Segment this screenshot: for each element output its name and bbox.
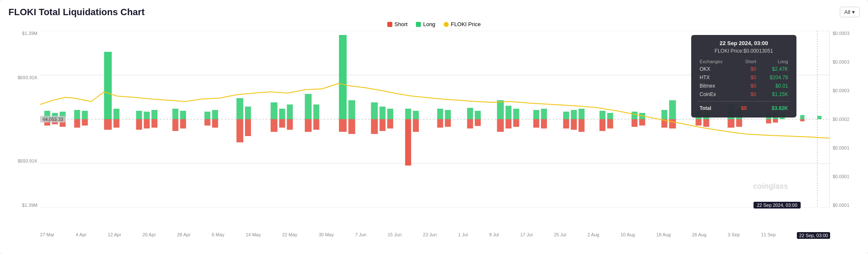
svg-rect-40 xyxy=(279,119,285,128)
svg-rect-68 xyxy=(475,119,481,126)
svg-rect-85 xyxy=(599,111,605,119)
svg-rect-73 xyxy=(513,109,519,119)
short-value: $0 xyxy=(737,65,758,73)
svg-rect-34 xyxy=(237,119,243,142)
left-axis-label: 64,053.33 xyxy=(40,116,66,123)
svg-rect-112 xyxy=(817,116,822,119)
svg-rect-102 xyxy=(727,119,734,128)
svg-rect-13 xyxy=(82,111,88,119)
chart-legend: Short Long FLOKI Price xyxy=(8,21,860,27)
svg-rect-36 xyxy=(245,119,251,136)
svg-rect-95 xyxy=(669,100,676,119)
svg-rect-21 xyxy=(144,112,150,119)
svg-rect-84 xyxy=(578,119,584,132)
svg-rect-24 xyxy=(152,119,157,128)
svg-rect-46 xyxy=(313,119,319,130)
exchange-name: HTX xyxy=(698,73,737,82)
svg-rect-22 xyxy=(144,119,150,128)
long-value: $2.47K xyxy=(758,65,790,73)
svg-rect-29 xyxy=(205,112,210,119)
exchange-name: Bitmex xyxy=(698,82,737,90)
svg-rect-48 xyxy=(339,119,346,132)
tooltip-table: Exchanges Short Long OKX $0 $2.47K HTX xyxy=(698,58,790,99)
svg-rect-108 xyxy=(773,119,778,123)
svg-rect-61 xyxy=(437,109,443,119)
svg-rect-25 xyxy=(173,109,178,119)
svg-rect-76 xyxy=(533,119,539,128)
svg-rect-65 xyxy=(467,108,473,119)
svg-rect-39 xyxy=(279,109,285,119)
long-color-icon xyxy=(416,22,421,27)
svg-rect-80 xyxy=(563,119,569,128)
svg-rect-67 xyxy=(475,111,481,119)
col-short: Short xyxy=(737,58,758,65)
chart-container: FLOKI Total Liquidations Chart All ▾ Sho… xyxy=(0,0,868,254)
svg-rect-31 xyxy=(212,110,218,119)
watermark: coinglass xyxy=(753,182,788,191)
svg-rect-45 xyxy=(313,104,319,119)
svg-rect-96 xyxy=(669,119,676,128)
svg-rect-110 xyxy=(800,115,804,119)
svg-rect-30 xyxy=(205,119,210,126)
svg-rect-60 xyxy=(413,119,419,132)
short-value: $0 xyxy=(737,90,758,99)
tooltip-date: 22 Sep 2024, 03:00 xyxy=(698,40,790,46)
table-row: OKX $0 $2.47K xyxy=(698,65,790,73)
svg-rect-74 xyxy=(513,119,519,127)
svg-rect-57 xyxy=(405,109,411,119)
svg-rect-56 xyxy=(387,119,393,128)
short-value: $0 xyxy=(737,82,758,90)
svg-rect-18 xyxy=(114,119,120,128)
svg-rect-38 xyxy=(271,119,277,132)
svg-rect-106 xyxy=(766,119,771,123)
price-color-icon xyxy=(444,22,449,27)
svg-rect-59 xyxy=(413,111,419,119)
svg-rect-88 xyxy=(607,119,613,128)
svg-rect-98 xyxy=(695,119,701,126)
svg-rect-14 xyxy=(82,119,88,126)
svg-rect-92 xyxy=(639,119,645,126)
svg-rect-81 xyxy=(571,110,577,119)
svg-rect-90 xyxy=(631,119,637,127)
exchange-name: CoinEx xyxy=(698,90,737,99)
svg-rect-51 xyxy=(371,102,378,119)
chart-area: $1.39M $693.91K $693.91K $1.39M xyxy=(8,31,860,229)
col-long: Long xyxy=(758,58,790,65)
svg-rect-33 xyxy=(237,98,243,119)
svg-rect-32 xyxy=(212,119,218,128)
col-exchanges: Exchanges xyxy=(698,58,737,65)
svg-rect-58 xyxy=(405,119,411,166)
svg-rect-87 xyxy=(607,113,613,119)
svg-rect-44 xyxy=(305,119,312,132)
svg-rect-78 xyxy=(541,119,547,128)
svg-rect-50 xyxy=(349,119,355,134)
svg-rect-75 xyxy=(533,110,539,119)
svg-rect-83 xyxy=(578,109,584,119)
tooltip-divider xyxy=(698,101,790,102)
svg-rect-12 xyxy=(74,119,80,128)
svg-rect-37 xyxy=(271,102,277,119)
svg-rect-71 xyxy=(506,106,511,119)
svg-rect-64 xyxy=(445,119,451,127)
chart-header: FLOKI Total Liquidations Chart All ▾ xyxy=(8,7,860,18)
y-axis-left: $1.39M $693.91K $693.91K $1.39M xyxy=(8,31,40,208)
short-value: $0 xyxy=(737,73,758,82)
table-row: HTX $0 $204.78 xyxy=(698,73,790,82)
short-color-icon xyxy=(387,22,392,27)
all-button[interactable]: All ▾ xyxy=(840,7,860,17)
svg-rect-72 xyxy=(506,119,511,128)
svg-rect-53 xyxy=(380,107,386,119)
svg-rect-66 xyxy=(467,119,473,128)
svg-rect-55 xyxy=(387,109,393,119)
legend-long: Long xyxy=(416,21,435,27)
total-short: $0 xyxy=(730,104,748,112)
svg-rect-16 xyxy=(104,119,112,130)
chart-title: FLOKI Total Liquidations Chart xyxy=(8,7,144,18)
total-label: Total xyxy=(698,104,730,112)
tooltip-panel: 22 Sep 2024, 03:00 FLOKI Price:$0.000130… xyxy=(691,35,796,118)
svg-rect-69 xyxy=(497,100,504,119)
svg-rect-15 xyxy=(104,52,112,119)
long-value: $0.01 xyxy=(758,82,790,90)
svg-rect-62 xyxy=(437,119,443,128)
svg-rect-82 xyxy=(571,119,577,130)
